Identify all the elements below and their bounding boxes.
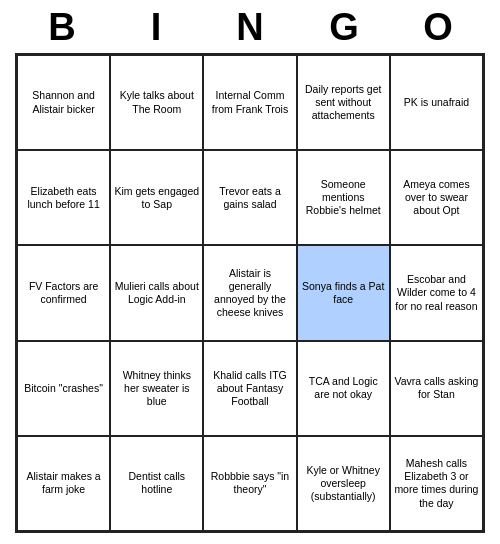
bingo-cell-4[interactable]: PK is unafraid — [390, 55, 483, 150]
bingo-cell-8[interactable]: Someone mentions Robbie's helmet — [297, 150, 390, 245]
bingo-cell-14[interactable]: Escobar and Wilder come to 4 for no real… — [390, 245, 483, 340]
bingo-cell-1[interactable]: Kyle talks about The Room — [110, 55, 203, 150]
bingo-cell-23[interactable]: Kyle or Whitney oversleep (substantially… — [297, 436, 390, 531]
bingo-cell-11[interactable]: Mulieri calls about Logic Add-in — [110, 245, 203, 340]
bingo-cell-21[interactable]: Dentist calls hotline — [110, 436, 203, 531]
bingo-cell-18[interactable]: TCA and Logic are not okay — [297, 341, 390, 436]
bingo-cell-20[interactable]: Alistair makes a farm joke — [17, 436, 110, 531]
bingo-cell-9[interactable]: Ameya comes over to swear about Opt — [390, 150, 483, 245]
bingo-cell-7[interactable]: Trevor eats a gains salad — [203, 150, 296, 245]
bingo-cell-2[interactable]: Internal Comm from Frank Trois — [203, 55, 296, 150]
title-i: I — [129, 6, 183, 49]
bingo-cell-6[interactable]: Kim gets engaged to Sap — [110, 150, 203, 245]
bingo-cell-12[interactable]: Alistair is generally annoyed by the che… — [203, 245, 296, 340]
title-o: O — [411, 6, 465, 49]
title-n: N — [223, 6, 277, 49]
bingo-cell-10[interactable]: FV Factors are confirmed — [17, 245, 110, 340]
bingo-cell-13[interactable]: Sonya finds a Pat face — [297, 245, 390, 340]
bingo-cell-15[interactable]: Bitcoin "crashes" — [17, 341, 110, 436]
bingo-cell-22[interactable]: Robbbie says "in theory" — [203, 436, 296, 531]
bingo-cell-0[interactable]: Shannon and Alistair bicker — [17, 55, 110, 150]
bingo-cell-5[interactable]: Elizabeth eats lunch before 11 — [17, 150, 110, 245]
bingo-grid: Shannon and Alistair bickerKyle talks ab… — [15, 53, 485, 533]
bingo-cell-19[interactable]: Vavra calls asking for Stan — [390, 341, 483, 436]
title-g: G — [317, 6, 371, 49]
bingo-cell-17[interactable]: Khalid calls ITG about Fantasy Football — [203, 341, 296, 436]
bingo-cell-24[interactable]: Mahesh calls Elizabeth 3 or more times d… — [390, 436, 483, 531]
title-b: B — [35, 6, 89, 49]
bingo-cell-16[interactable]: Whitney thinks her sweater is blue — [110, 341, 203, 436]
bingo-cell-3[interactable]: Daily reports get sent without attacheme… — [297, 55, 390, 150]
bingo-title: B I N G O — [15, 0, 485, 53]
